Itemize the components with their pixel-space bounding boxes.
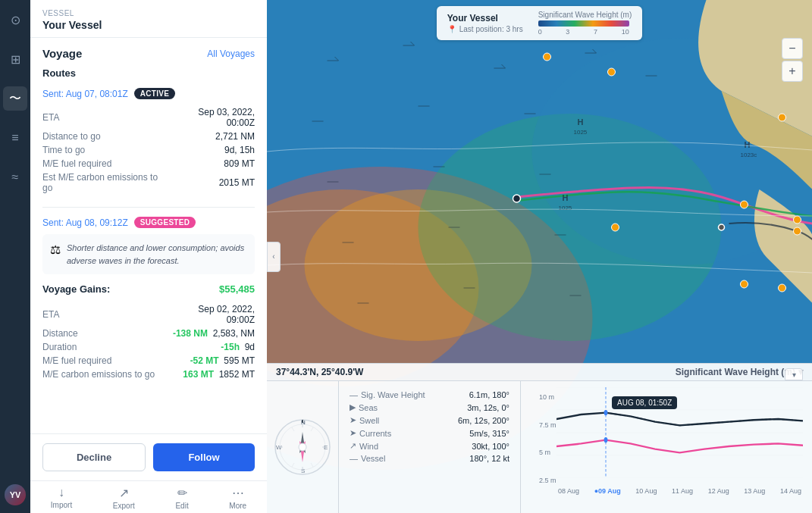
nav-grid-icon[interactable]: ⊞	[3, 47, 27, 71]
map-bottom-panel: N S E W	[267, 380, 812, 513]
weather-currents: ➤ Currents 5m/s, 315°	[350, 427, 509, 439]
x-label-08: 08 Aug	[558, 487, 579, 495]
nav-vessel-icon[interactable]: ⊙	[3, 8, 27, 32]
all-voyages-link[interactable]: All Voyages	[207, 48, 255, 59]
nav-layers-icon[interactable]: ≡	[3, 126, 27, 150]
y-label-2-5: 2.5 m	[539, 477, 556, 484]
legend-vessel: Your Vessel 📍 Last position: 3 hrs	[447, 13, 523, 33]
duration-delta: -15h	[221, 342, 240, 352]
compass-container: N S E W	[267, 381, 339, 513]
vessel-direction-icon: —	[350, 454, 358, 463]
tick-7: 7	[594, 28, 597, 36]
import-label: Import	[51, 501, 72, 509]
wave-height-selector[interactable]: Significant Wave Height (m) ▾	[676, 367, 803, 377]
fuel-value: 809 MT	[170, 157, 255, 170]
wind-icon: ↗	[350, 441, 356, 451]
toolbar-edit[interactable]: ✏ Edit	[175, 486, 188, 510]
route1-active-badge: activE	[134, 88, 175, 99]
export-label: Export	[113, 502, 135, 510]
chart-x-labels: 08 Aug ●09 Aug 10 Aug 11 Aug 12 Aug 13 A…	[556, 487, 803, 495]
divider	[42, 207, 255, 208]
distance-label: Distance to go	[42, 130, 170, 143]
svg-point-69	[604, 437, 608, 443]
more-label: More	[229, 502, 246, 510]
tick-3: 3	[566, 28, 569, 36]
table-row: Distance to go 2,721 NM	[42, 130, 255, 143]
svg-text:S: S	[301, 468, 305, 474]
y-label-5: 5 m	[539, 449, 556, 456]
route1-info-table: ETA Sep 03, 2022, 00:00Z Distance to go …	[42, 105, 255, 195]
wind-value: 30kt, 100°	[472, 442, 509, 451]
route1-sent-time[interactable]: Sent: Aug 07, 08:01Z	[42, 89, 128, 99]
route2-info-table: ETA Sep 02, 2022, 09:00Z Distance -138 N…	[42, 302, 255, 381]
fuel-label: M/E fuel required	[42, 157, 170, 170]
map-area: H 1025 H 1025 H 1023c ‹ − + Your Vessel	[267, 0, 812, 513]
route2-sent-time[interactable]: Sent: Aug 08, 09:12Z	[42, 217, 128, 228]
follow-button[interactable]: Follow	[153, 443, 255, 471]
decline-button[interactable]: Decline	[42, 443, 146, 471]
distance-value: 2,721 NM	[170, 130, 255, 143]
nav-weather-icon[interactable]: ≈	[3, 165, 27, 189]
import-icon: ↓	[58, 486, 64, 499]
legend-scale: Significant Wave Height (m) 0 3 7 10	[538, 11, 632, 36]
avatar[interactable]: YV	[5, 484, 26, 505]
toolbar-export[interactable]: ↗ Export	[113, 486, 135, 510]
table-row: M/E fuel required -52 MT 595 MT	[42, 354, 255, 368]
zoom-in-button[interactable]: +	[782, 61, 803, 82]
nav-route-icon[interactable]: 〜	[3, 86, 27, 111]
swell-value: 6m, 12s, 200°	[458, 416, 509, 425]
carbon-label: Est M/E carbon emissions to go	[42, 170, 170, 195]
distance-delta: -138 NM	[173, 328, 208, 339]
carbon-value: 2015 MT	[170, 170, 255, 195]
table-row: M/E fuel required 809 MT	[42, 157, 255, 170]
x-label-14: 14 Aug	[780, 487, 801, 495]
coord-bar: 37°44.3'N, 25°40.9'W Significant Wave He…	[267, 363, 812, 380]
edit-icon: ✏	[177, 486, 187, 500]
table-row: Time to go 9d, 15h	[42, 143, 255, 157]
route2-suggested-badge: SUGGESTED	[134, 217, 196, 228]
route-card-1: Sent: Aug 07, 08:01Z activE ETA Sep 03, …	[42, 88, 255, 195]
distance-value-main: 2,583, NM	[213, 328, 255, 339]
map-collapse-button[interactable]: ‹	[267, 242, 281, 272]
toolbar-import[interactable]: ↓ Import	[51, 486, 72, 510]
weather-wind: ↗ Wind 30kt, 100°	[350, 439, 509, 452]
legend-gradient	[538, 20, 629, 27]
voyage-gains-label: Voyage Gains:	[42, 283, 110, 295]
table-row: M/E carbon emissions to go 163 MT 1852 M…	[42, 368, 255, 381]
seas-icon: ▶	[350, 402, 356, 412]
compass: N S E W	[272, 417, 333, 477]
carbon-delta: 163 MT	[183, 369, 214, 380]
table-row: Duration -15h 9d	[42, 340, 255, 354]
tick-10: 10	[622, 28, 629, 36]
svg-point-42	[794, 216, 801, 224]
vessel-name: Your Vessel	[42, 19, 255, 31]
chart-svg	[556, 387, 803, 478]
table-row: ETA Sep 02, 2022, 09:00Z	[42, 302, 255, 327]
sig-wave-value: 6.1m, 180°	[469, 390, 509, 399]
nav-sidebar: ⊙ ⊞ 〜 ≡ ≈ YV	[0, 0, 30, 513]
map-bottom-collapse-button[interactable]: ▾	[785, 368, 803, 380]
toolbar-more[interactable]: ⋯ More	[229, 486, 246, 510]
carbon-label: M/E carbon emissions to go	[42, 368, 170, 381]
svg-point-40	[741, 280, 748, 288]
svg-text:H: H	[578, 117, 584, 127]
eta-label: ETA	[42, 105, 170, 130]
y-label-10: 10 m	[539, 393, 556, 401]
vessel-direction-value: 180°, 12 kt	[469, 454, 509, 463]
sig-wave-label: — Sig. Wave Height	[350, 390, 425, 399]
wave-height-label: Significant Wave Height (m)	[676, 367, 795, 377]
panel-header: VESSEL Your Vessel	[30, 0, 267, 38]
table-row: Est M/E carbon emissions to go 2015 MT	[42, 170, 255, 195]
vessel-direction-label: — Vessel	[350, 454, 385, 463]
map-legend: Your Vessel 📍 Last position: 3 hrs Signi…	[267, 6, 812, 40]
distance-label: Distance	[42, 327, 170, 340]
weather-panel: — Sig. Wave Height 6.1m, 180° ▶ Seas 3m,…	[339, 381, 521, 513]
chart-y-labels: 10 m 7.5 m 5 m 2.5 m	[539, 393, 556, 484]
zoom-out-button[interactable]: −	[782, 38, 803, 59]
x-label-11: 11 Aug	[672, 487, 693, 495]
x-label-09: ●09 Aug	[594, 487, 621, 495]
side-panel: VESSEL Your Vessel Voyage All Voyages Ro…	[30, 0, 267, 513]
routes-title: Routes	[42, 67, 255, 79]
last-position-text: Last position: 3 hrs	[459, 25, 523, 33]
svg-text:1023c: 1023c	[741, 152, 757, 158]
